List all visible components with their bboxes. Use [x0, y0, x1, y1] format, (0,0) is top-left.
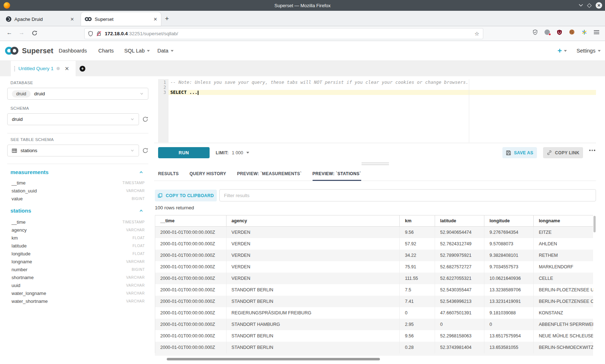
table-column-header[interactable]: longname [534, 215, 593, 226]
table-cell: 52.3743981404 [435, 342, 484, 353]
url-bar[interactable]: 172.18.0.4:32251/superset/sqllab/ ☆ [84, 28, 483, 39]
privacy-mask-icon[interactable] [544, 29, 550, 35]
query-tab-untitled[interactable]: Untitled Query 1 ✕ [11, 61, 76, 76]
vertical-scrollbar[interactable] [593, 216, 596, 232]
divider [7, 164, 148, 164]
limit-dropdown[interactable]: LIMIT: 1 000 [216, 147, 249, 158]
table-cell: AHLDEN [534, 238, 593, 250]
schema-column-row: water_longname VARCHAR [12, 289, 145, 297]
nav-data[interactable]: Data [157, 48, 174, 54]
run-button[interactable]: RUN [158, 147, 210, 158]
table-cell: BERLIN-PLOETZENSEE OP [534, 296, 593, 307]
database-tag: druid [12, 90, 31, 97]
copy-link-button[interactable]: COPY LINK [543, 147, 583, 158]
database-select[interactable]: druid druid [7, 88, 148, 100]
table-cell: 52.5436996213 [435, 296, 484, 307]
table-cell: 13.3238589706 [484, 284, 534, 296]
table-row[interactable]: 2000-01-01T00:00:00.000ZSTANDORT BERLIN7… [155, 296, 593, 307]
more-options-button[interactable] [589, 150, 595, 151]
pane-splitter-handle[interactable] [362, 163, 389, 166]
copy-to-clipboard-button[interactable]: COPY TO CLIPBOARD [155, 190, 217, 201]
table-cell: KONSTANZ [534, 307, 593, 319]
table-cell: 9.2767694354 [484, 227, 534, 238]
table-cell: 2000-01-01T00:00:00.000Z [155, 273, 227, 284]
table-row[interactable]: 2000-01-01T00:00:00.000ZVERDEN9.5652.904… [155, 227, 593, 238]
add-query-tab-button[interactable]: + [80, 66, 85, 72]
new-tab-button[interactable]: + [165, 15, 169, 22]
browser-tab-apache-druid[interactable]: Apache Druid ✕ [2, 12, 78, 26]
see-table-schema-label: SEE TABLE SCHEMA [10, 137, 54, 142]
table-row[interactable]: 2000-01-01T00:00:00.000ZSTANDORT HAMBURG… [155, 319, 593, 330]
table-cell: NEUE MÜHLE SCHLEUSE OP [534, 330, 593, 342]
results-tab[interactable]: RESULTS [158, 167, 179, 181]
extension-snowflake-icon[interactable] [582, 29, 587, 35]
line-number: 3 [158, 90, 169, 95]
sql-editor[interactable]: 1 -- Note: Unless you save your query, t… [158, 79, 596, 142]
ublock-icon[interactable] [557, 29, 562, 35]
window-minimize-icon[interactable] [579, 4, 583, 7]
schema-section-header[interactable]: measurements [10, 169, 148, 175]
table-row[interactable]: 2000-01-01T00:00:00.000ZSTANDORT BERLIN7… [155, 284, 593, 296]
nav-charts[interactable]: Charts [98, 48, 114, 54]
new-item-button[interactable]: + [557, 46, 567, 55]
pocket-shield-icon[interactable] [533, 29, 538, 35]
insecure-lock-icon[interactable] [97, 31, 101, 36]
column-type: VARCHAR [126, 299, 145, 303]
window-close-icon[interactable]: ✕ [596, 2, 602, 9]
results-tab[interactable]: QUERY HISTORY [189, 167, 226, 181]
results-tab[interactable]: PREVIEW: `STATIONS` [313, 167, 361, 181]
schema-select[interactable]: druid [7, 113, 139, 125]
drag-handle-icon[interactable] [14, 66, 15, 72]
schema-section-header[interactable]: stations [10, 208, 148, 214]
bookmark-star-icon[interactable]: ☆ [475, 31, 479, 37]
refresh-schema-icon[interactable] [142, 116, 149, 123]
settings-menu[interactable]: Settings [577, 48, 601, 54]
reload-icon[interactable] [32, 30, 37, 36]
cookie-icon[interactable] [569, 29, 575, 35]
back-icon[interactable]: ← [6, 29, 12, 36]
refresh-table-icon[interactable] [142, 147, 149, 154]
column-name: station_uuid [12, 188, 37, 194]
tab-close-icon[interactable]: ✕ [70, 17, 74, 22]
caret-down-icon [171, 50, 174, 52]
chevron-up-icon[interactable] [139, 209, 143, 213]
text-cursor [198, 91, 198, 95]
table-row[interactable]: 2000-01-01T00:00:00.000ZVERDEN57.9252.76… [155, 238, 593, 250]
table-row[interactable]: 2000-01-01T00:00:00.000ZSTANDORT BERLIN0… [155, 342, 593, 353]
filter-results-input[interactable] [219, 189, 596, 201]
nav-sql-lab[interactable]: SQL Lab [124, 48, 150, 54]
horizontal-scrollbar[interactable] [167, 358, 380, 360]
table-cell: VERDEN [227, 238, 400, 250]
table-row[interactable]: 2000-01-01T00:00:00.000ZVERDEN34.2252.78… [155, 250, 593, 261]
row-count-text: 100 rows returned [155, 205, 194, 210]
results-tab[interactable]: PREVIEW: `MEASUREMENTS` [237, 167, 301, 181]
query-tab-close-icon[interactable]: ✕ [65, 65, 70, 72]
superset-logo[interactable]: Superset [4, 45, 53, 56]
window-maximize-icon[interactable] [587, 3, 592, 8]
table-row[interactable]: 2000-01-01T00:00:00.000ZVERDEN75.9152.68… [155, 261, 593, 273]
table-row[interactable]: 2000-01-01T00:00:00.000ZREGIERUNGSPRÄSID… [155, 307, 593, 319]
browser-tab-superset[interactable]: Superset ✕ [81, 12, 161, 26]
hamburger-menu-icon[interactable] [594, 30, 599, 35]
table-cell: 52.6827572727 [435, 261, 484, 273]
table-cell: VERDEN [227, 273, 400, 284]
column-type: FLOAT [133, 252, 145, 256]
forward-icon[interactable]: → [19, 29, 24, 36]
table-column-header[interactable]: longitude [484, 215, 534, 226]
table-cell: 2000-01-01T00:00:00.000Z [155, 238, 227, 250]
table-column-header[interactable]: latitude [435, 215, 484, 226]
chevron-up-icon[interactable] [139, 170, 143, 174]
schema-column-row: number BIGINT [12, 265, 145, 273]
table-schema-select[interactable]: stations [7, 145, 139, 156]
tab-close-icon[interactable]: ✕ [153, 17, 157, 22]
table-column-header[interactable]: agency [227, 215, 400, 226]
table-row[interactable]: 2000-01-01T00:00:00.000ZSTANDORT BERLIN9… [155, 330, 593, 342]
caret-down-icon [598, 50, 601, 52]
save-as-button[interactable]: SAVE AS [502, 147, 537, 158]
table-column-header[interactable]: __time [155, 215, 227, 226]
table-row[interactable]: 2000-01-01T00:00:00.000ZVERDEN111.5552.6… [155, 273, 593, 284]
table-cell: STANDORT HAMBURG [227, 319, 400, 330]
nav-dashboards[interactable]: Dashboards [59, 48, 87, 54]
tracking-shield-icon[interactable] [88, 31, 93, 36]
table-column-header[interactable]: km [400, 215, 435, 226]
